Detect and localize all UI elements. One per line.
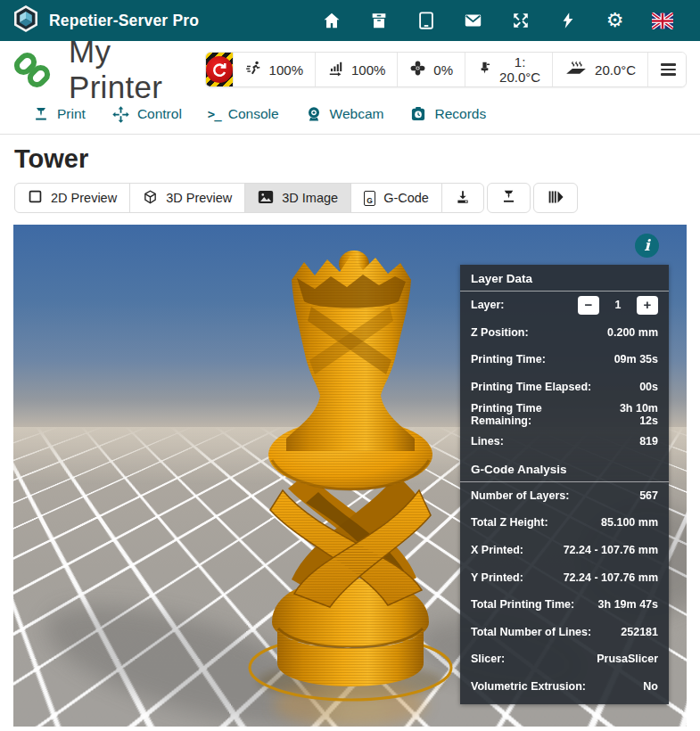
fan-value: 0% xyxy=(433,62,453,78)
mail-icon[interactable] xyxy=(463,10,484,31)
gear-icon[interactable]: ⚙ xyxy=(605,10,626,31)
row-label: Total Number of Lines: xyxy=(471,626,591,638)
extruder-temp-value: 1: 20.0°C xyxy=(499,54,540,85)
printer-link-icon xyxy=(13,51,51,88)
printing-time-remaining-row: Printing Time Remaining: 3h 10m 12s xyxy=(460,400,669,428)
speed-multiplier-button[interactable]: 100% xyxy=(233,53,315,86)
tab-console[interactable]: >_ Console xyxy=(208,106,279,122)
emergency-stop-button[interactable] xyxy=(206,53,233,86)
gcode-button[interactable]: G G-Code xyxy=(350,183,442,213)
row-label: Number of Layers: xyxy=(471,489,569,502)
layer-label: Layer: xyxy=(471,299,505,311)
2d-preview-label: 2D Preview xyxy=(51,191,117,205)
total-printing-time-row: Total Printing Time: 3h 19m 47s xyxy=(460,591,669,619)
tab-print[interactable]: Print xyxy=(32,105,86,123)
3d-preview-button[interactable]: 3D Preview xyxy=(129,183,245,213)
row-label: Printing Time: xyxy=(471,353,546,366)
navbar-icons: ⚙ xyxy=(308,10,686,31)
row-label: Z Position: xyxy=(471,326,529,339)
3d-image-button[interactable]: 3D Image xyxy=(244,183,351,213)
printing-time-row: Printing Time: 09m 35s xyxy=(460,346,669,374)
brand-title: Repetier-Server Pro xyxy=(49,12,199,30)
preview-toolbar: 2D Preview 3D Preview 3D Image G G-Code xyxy=(14,183,700,213)
volumetric-extrusion-row: Volumetric Extrusion: No xyxy=(460,673,669,701)
layer-stepper: − 1 + xyxy=(578,296,658,315)
tab-webcam[interactable]: Webcam xyxy=(305,105,384,123)
continue-from-layer-button[interactable] xyxy=(533,183,578,213)
printer-status-group: 100% 100% 0% xyxy=(205,52,687,87)
bed-temp-button[interactable]: 20.0°C xyxy=(552,53,647,86)
3d-preview-label: 3D Preview xyxy=(166,191,232,205)
row-value: 00s xyxy=(639,381,658,393)
tab-records[interactable]: Records xyxy=(409,105,486,123)
row-value: 09m 35s xyxy=(614,353,658,366)
download-button[interactable] xyxy=(441,183,484,213)
layer-value: 1 xyxy=(599,299,637,311)
extruder-icon xyxy=(477,60,492,79)
layer-plus-button[interactable]: + xyxy=(637,296,658,315)
slicer-row: Slicer: PrusaSlicer xyxy=(460,645,669,673)
expand-arrows-icon[interactable] xyxy=(510,10,531,31)
brand[interactable]: Repetier-Server Pro xyxy=(12,4,199,37)
tablet-icon[interactable] xyxy=(416,10,437,31)
home-icon[interactable] xyxy=(321,10,342,31)
x-printed-row: X Printed: 72.24 - 107.76 mm xyxy=(460,537,669,564)
flow-bars-icon xyxy=(327,60,344,79)
row-value: 252181 xyxy=(621,626,658,638)
row-label: Volumetric Extrusion: xyxy=(471,680,586,693)
lines-row: Lines: 819 xyxy=(460,428,669,456)
tab-control-label: Control xyxy=(137,106,182,122)
row-label: Y Printed: xyxy=(471,571,523,584)
tab-control[interactable]: Control xyxy=(111,105,182,124)
page-title: Tower xyxy=(14,144,700,174)
row-label: Slicer: xyxy=(471,653,505,665)
printer-menu-button[interactable] xyxy=(647,53,687,86)
printer-title: My Printer xyxy=(69,34,205,105)
row-value: 567 xyxy=(639,489,658,502)
row-value: 85.100 mm xyxy=(601,516,658,529)
emergency-reset-icon xyxy=(206,56,233,83)
row-label: Printing Time Elapsed: xyxy=(471,381,591,393)
layer-data-panel: Layer Data Layer: − 1 + Z Position: 0.20… xyxy=(460,265,669,704)
row-value: 3h 19m 47s xyxy=(598,598,658,611)
row-value: 72.24 - 107.76 mm xyxy=(564,544,658,556)
row-value: 3h 10m 12s xyxy=(600,402,658,427)
flow-multiplier-button[interactable]: 100% xyxy=(315,53,397,86)
gcode-analysis-title: G-Code Analysis xyxy=(460,456,669,482)
row-value: 819 xyxy=(639,435,658,448)
tab-webcam-label: Webcam xyxy=(330,106,384,122)
extruder-temp-button[interactable]: 1: 20.0°C xyxy=(465,53,552,86)
info-button[interactable]: i xyxy=(635,234,659,258)
layer-data-title: Layer Data xyxy=(460,265,669,292)
bed-temp-value: 20.0°C xyxy=(595,62,636,78)
z-position-row: Z Position: 0.200 mm xyxy=(460,319,669,347)
fan-button[interactable]: 0% xyxy=(397,53,465,86)
layer-minus-button[interactable]: − xyxy=(578,296,599,315)
language-flag-icon[interactable] xyxy=(652,10,673,31)
2d-preview-button[interactable]: 2D Preview xyxy=(14,183,130,213)
layer-row: Layer: − 1 + xyxy=(460,292,669,319)
y-printed-row: Y Printed: 72.24 - 107.76 mm xyxy=(460,563,669,591)
row-label: X Printed: xyxy=(471,544,523,556)
speed-value: 100% xyxy=(269,62,303,78)
hamburger-icon xyxy=(661,63,676,76)
heated-bed-icon xyxy=(564,60,588,80)
total-z-height-row: Total Z Height: 85.100 mm xyxy=(460,509,669,537)
console-icon: >_ xyxy=(208,107,221,121)
row-value: 0.200 mm xyxy=(607,326,658,339)
bolt-icon[interactable] xyxy=(557,10,579,31)
tab-console-label: Console xyxy=(228,106,279,122)
gcode-doc-icon: G xyxy=(364,191,375,206)
printer-box-icon[interactable] xyxy=(368,10,390,31)
print-again-button[interactable] xyxy=(487,183,531,213)
square-outline-icon xyxy=(28,189,43,207)
3d-image-label: 3D Image xyxy=(282,191,338,205)
cube-icon xyxy=(143,189,158,208)
row-label: Lines: xyxy=(471,435,504,448)
3d-viewport[interactable]: i Layer Data Layer: − 1 + Z Position: 0.… xyxy=(13,225,687,727)
layers-play-icon xyxy=(547,189,564,208)
nozzle-icon xyxy=(500,188,517,208)
row-label: Total Printing Time: xyxy=(471,598,574,611)
repetier-logo-icon xyxy=(12,4,39,37)
fan-icon xyxy=(409,60,426,79)
